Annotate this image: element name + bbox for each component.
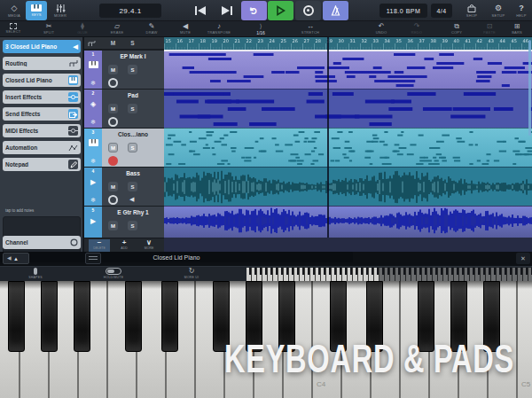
inspector-automation-button[interactable]: Automation xyxy=(3,141,81,154)
track-name: EP Mark I xyxy=(102,53,164,59)
arrange-area[interactable] xyxy=(164,37,532,252)
inspector-button-label: Automation xyxy=(5,144,66,151)
solo-button[interactable]: S xyxy=(128,65,137,74)
lane-e-gtr-rhy[interactable] xyxy=(164,206,532,238)
octave-cycle-control[interactable]: ↻MORE UI xyxy=(169,268,214,281)
mute-button[interactable]: M xyxy=(108,221,118,230)
channel-button[interactable]: Channel xyxy=(3,236,81,249)
time-position-value: 29.4.1 xyxy=(119,7,141,15)
tool-mute[interactable]: ◀MUTE xyxy=(168,22,203,36)
track-header[interactable]: E Gtr Rhy 1 M S xyxy=(102,207,164,238)
track-header[interactable]: Pad M S xyxy=(102,90,164,128)
lane-closed-lid-piano[interactable] xyxy=(164,128,532,167)
instrument-selector-bar[interactable]: ◀ Closed Lid Piano ▶ xyxy=(0,252,353,262)
inspector-midi-effects-button[interactable]: MIDI Effects xyxy=(3,124,81,137)
lane-ep-mark-i-content xyxy=(164,51,532,89)
track-row-e-gtr-rhy-1[interactable]: 5▶E Gtr Rhy 1 M S xyxy=(84,206,164,238)
track-header[interactable]: Bass M S◀ xyxy=(102,168,164,206)
tool-split[interactable]: ✂SPLIT xyxy=(31,22,66,36)
setup-button[interactable]: ⚙ SETUP xyxy=(488,1,509,20)
inspector-notepad-button[interactable]: Notepad xyxy=(3,158,81,171)
master-solo[interactable]: S xyxy=(128,40,137,46)
mute-button[interactable]: M xyxy=(108,104,118,113)
record-arm-button[interactable] xyxy=(108,117,118,127)
track-header[interactable]: EP Mark I M S xyxy=(102,51,164,89)
black-key-ds3[interactable] xyxy=(161,281,178,352)
track-row-clos-iano[interactable]: 3❄Clos…iano M S xyxy=(84,128,164,167)
mute-button[interactable]: M xyxy=(108,182,118,191)
velocity-slider-control[interactable]: SHAPES xyxy=(13,268,58,281)
record-arm-button[interactable] xyxy=(108,78,118,88)
black-key-cs3[interactable] xyxy=(125,281,142,352)
delete-track-button[interactable]: −DELETE xyxy=(89,239,110,252)
record-arm-button[interactable] xyxy=(108,195,118,205)
solo-button[interactable]: S xyxy=(128,182,137,191)
record-button[interactable] xyxy=(295,1,321,20)
vertical-scrollbar[interactable] xyxy=(528,40,531,136)
tool-stretch[interactable]: ↔STRETCH xyxy=(293,22,328,36)
tool-transpose[interactable]: ♪TRANSPOSE xyxy=(201,22,237,36)
paste-icon: ⊡ xyxy=(487,22,493,30)
loop-button[interactable]: ↺ xyxy=(241,1,267,20)
metronome-button[interactable] xyxy=(323,1,348,20)
rewind-button[interactable] xyxy=(188,1,213,20)
keyboard-range-overview[interactable] xyxy=(246,268,532,281)
tool-draw[interactable]: ✎DRAW xyxy=(134,22,169,36)
inspector-routing-button[interactable]: Routing xyxy=(3,57,81,70)
tool-1-16[interactable]: ⟩1/16 xyxy=(243,22,278,36)
hold-toggle-control[interactable]: HOLD/MUTE xyxy=(91,268,136,281)
tool-undo[interactable]: ↶UNDO xyxy=(364,22,399,36)
track-row-ep-mark-i[interactable]: 1❄EP Mark I M S xyxy=(84,50,164,89)
more-tracks-button[interactable]: ∨MORE xyxy=(138,239,160,252)
mute-button[interactable]: M xyxy=(108,143,118,152)
monitor-icon[interactable]: ◀ xyxy=(129,196,134,203)
black-key-as2[interactable] xyxy=(74,281,90,352)
mini-info-button[interactable] xyxy=(85,253,101,264)
media-button[interactable]: ◇ MEDIA xyxy=(4,1,25,20)
playhead[interactable] xyxy=(327,37,329,238)
solo-button[interactable]: S xyxy=(128,221,137,230)
solo-button[interactable]: S xyxy=(128,104,137,113)
freeze-icon: ❄ xyxy=(84,158,102,165)
track-name: Clos…iano xyxy=(102,131,164,137)
tempo-display[interactable]: 118.0 BPM xyxy=(379,4,427,18)
time-signature-display[interactable]: 4/4 xyxy=(431,4,452,18)
track-header[interactable]: Clos…iano M S xyxy=(102,129,164,167)
inspector-insert-effects-button[interactable]: Insert Effects xyxy=(3,90,81,104)
help-icon: ? xyxy=(519,4,524,12)
tool-copy[interactable]: ⧉COPY xyxy=(439,22,474,36)
mixer-button[interactable]: MIXER xyxy=(49,1,72,20)
tool-redo[interactable]: ↷REDO xyxy=(399,22,434,36)
lane-ep-mark-i[interactable] xyxy=(164,50,532,89)
timeline-ruler[interactable] xyxy=(164,37,532,50)
add-track-button[interactable]: +ADD xyxy=(113,239,135,252)
close-keyboard-button[interactable]: ✕ xyxy=(516,253,530,264)
play-button[interactable] xyxy=(268,1,293,20)
forward-button[interactable] xyxy=(215,1,239,20)
tool-select[interactable]: SELECT xyxy=(0,22,31,36)
tool-bars[interactable]: ⊞BARS xyxy=(499,22,532,36)
black-key-gs2[interactable] xyxy=(41,281,58,352)
insert-fx-icon xyxy=(68,92,78,102)
octave-cycle-icon: ↻ xyxy=(189,268,195,275)
lane-bass[interactable] xyxy=(164,167,532,206)
inspector-closed-lid-piano-button[interactable]: Closed Lid Piano xyxy=(3,74,81,87)
selected-track-button[interactable]: 3 Closed Lid Piano ◀ xyxy=(3,40,81,53)
time-position-display[interactable]: 29.4.1 xyxy=(99,4,161,18)
tool-erase[interactable]: ▱ERASE xyxy=(99,22,135,36)
shop-button[interactable]: SHOP xyxy=(461,1,482,20)
solo-button[interactable]: S xyxy=(128,143,137,152)
black-key-fs2[interactable] xyxy=(8,281,25,352)
track-row-pad[interactable]: 2◈❄Pad M S xyxy=(84,89,164,128)
mute-button[interactable]: M xyxy=(108,65,118,74)
white-key-c5[interactable]: C5 xyxy=(518,281,532,398)
record-arm-button[interactable] xyxy=(108,156,118,166)
track-row-bass[interactable]: 4▶❄Bass M S◀ xyxy=(84,167,164,206)
lane-pad[interactable] xyxy=(164,89,532,128)
help-button[interactable]: ? HELP xyxy=(512,1,531,20)
keys-button[interactable]: KEYS xyxy=(26,1,47,20)
master-mute[interactable]: M xyxy=(108,40,118,46)
tool-glue[interactable]: ⧫GLUE xyxy=(65,22,100,36)
mixer-label: MIXER xyxy=(54,13,66,18)
inspector-send-effects-button[interactable]: Send Effects xyxy=(3,107,81,121)
